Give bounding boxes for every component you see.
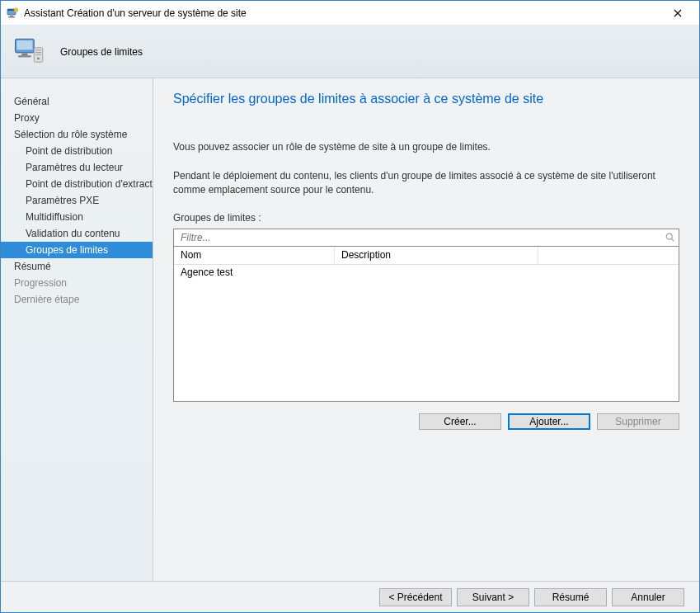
nav-item-role-selection[interactable]: Sélection du rôle système — [1, 126, 153, 143]
nav-item-distribution-point[interactable]: Point de distribution — [1, 143, 153, 159]
nav-item-content-validation[interactable]: Validation du contenu — [1, 225, 153, 242]
svg-rect-2 — [10, 16, 13, 17]
svg-rect-8 — [18, 54, 31, 57]
svg-rect-10 — [35, 50, 41, 50]
page-title: Spécifier les groupes de limites à assoc… — [173, 92, 679, 106]
svg-point-14 — [666, 233, 672, 239]
spacer — [173, 430, 679, 571]
nav-item-pull-dp[interactable]: Point de distribution d'extraction — [1, 176, 153, 192]
next-button[interactable]: Suivant > — [457, 588, 529, 606]
svg-rect-12 — [35, 54, 41, 54]
list-label: Groupes de limites : — [173, 212, 679, 224]
column-description[interactable]: Description — [335, 247, 538, 264]
summary-button[interactable]: Résumé — [534, 588, 607, 606]
table-row[interactable]: Agence test — [174, 265, 679, 281]
row-description — [335, 265, 679, 281]
description-2: Pendant le déploiement du contenu, les c… — [173, 169, 679, 197]
computer-icon — [12, 35, 47, 69]
create-button[interactable]: Créer... — [419, 413, 501, 430]
main-area: Général Proxy Sélection du rôle système … — [1, 78, 699, 581]
sidebar: Général Proxy Sélection du rôle système … — [1, 78, 153, 581]
header-band: Groupes de limites — [1, 26, 699, 78]
remove-button: Supprimer — [597, 413, 679, 430]
svg-rect-6 — [16, 40, 32, 50]
cancel-button[interactable]: Annuler — [612, 588, 684, 606]
header-page-label: Groupes de limites — [60, 46, 143, 58]
nav-item-completion[interactable]: Dernière étape — [1, 291, 153, 308]
column-spacer — [538, 247, 679, 264]
nav-item-drive-settings[interactable]: Paramètres du lecteur — [1, 159, 153, 176]
previous-button[interactable]: < Précédent — [379, 588, 452, 606]
add-button[interactable]: Ajouter... — [508, 413, 590, 430]
grid-body: Agence test — [174, 265, 679, 281]
nav-item-multicast[interactable]: Multidiffusion — [1, 209, 153, 225]
grid-buttons: Créer... Ajouter... Supprimer — [173, 413, 679, 430]
grid-header: Nom Description — [174, 247, 679, 265]
svg-point-13 — [37, 57, 39, 59]
nav-item-boundary-groups[interactable]: Groupes de limites — [1, 242, 153, 258]
svg-rect-11 — [35, 52, 41, 53]
boundary-groups-list[interactable]: Nom Description Agence test — [173, 247, 679, 402]
nav-item-summary[interactable]: Résumé — [1, 258, 153, 275]
nav-item-progression[interactable]: Progression — [1, 275, 153, 291]
content-panel: Spécifier les groupes de limites à assoc… — [153, 78, 699, 581]
app-icon — [6, 7, 19, 20]
search-icon[interactable] — [662, 232, 679, 243]
svg-line-15 — [671, 238, 674, 241]
svg-rect-3 — [8, 17, 15, 18]
filter-box — [173, 229, 679, 247]
window-title: Assistant Création d'un serveur de systè… — [24, 7, 661, 19]
svg-rect-7 — [21, 53, 27, 54]
close-button[interactable] — [661, 2, 694, 25]
titlebar: Assistant Création d'un serveur de systè… — [1, 1, 699, 26]
description-1: Vous pouvez associer un rôle de système … — [173, 141, 679, 153]
nav-item-pxe[interactable]: Paramètres PXE — [1, 192, 153, 209]
nav-item-proxy[interactable]: Proxy — [1, 110, 153, 126]
column-name[interactable]: Nom — [174, 247, 335, 264]
nav-item-general[interactable]: Général — [1, 93, 153, 110]
wizard-footer: < Précédent Suivant > Résumé Annuler — [1, 581, 699, 612]
row-name: Agence test — [174, 265, 335, 281]
filter-input[interactable] — [174, 229, 662, 246]
